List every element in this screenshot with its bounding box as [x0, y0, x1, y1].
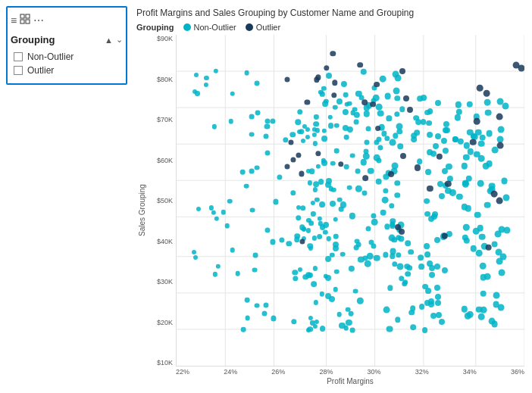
legend-item-non-outlier: Non-Outlier	[183, 23, 236, 32]
scatter-dot	[347, 101, 352, 106]
scatter-dot	[314, 181, 320, 187]
scatter-dot	[357, 62, 363, 68]
scatter-dot	[499, 269, 505, 276]
scatter-dot	[471, 245, 477, 252]
scatter-dot	[350, 153, 355, 158]
scatter-dot	[325, 275, 331, 281]
scatter-dot	[382, 196, 389, 203]
scatter-dot	[417, 158, 423, 164]
scatter-dot	[495, 231, 502, 238]
scatter-dot	[353, 245, 358, 251]
scatter-dot	[240, 170, 246, 175]
scatter-dot	[484, 273, 491, 280]
scatter-dot	[437, 181, 443, 187]
scatter-dot	[376, 104, 383, 111]
scatter-dot	[436, 312, 442, 318]
scatter-dot	[477, 180, 484, 187]
more-icon[interactable]: ⋯	[33, 14, 44, 27]
filter-item-non-outlier[interactable]: Non-Outlier	[11, 50, 123, 64]
scatter-dot	[330, 201, 336, 207]
scatter-dot	[328, 123, 334, 129]
scatter-dot	[325, 182, 331, 188]
lines-icon[interactable]: ≡	[11, 14, 17, 27]
chevron-down-icon[interactable]: ⌄	[116, 35, 123, 45]
scatter-dot	[245, 298, 250, 303]
scatter-dot	[501, 177, 508, 184]
scatter-dot	[484, 98, 491, 105]
scatter-dot	[365, 139, 370, 145]
scatter-dot	[228, 119, 233, 124]
checkbox-outlier[interactable]	[14, 66, 23, 75]
scatter-dot	[491, 241, 498, 248]
scatter-dot	[427, 150, 433, 156]
legend-item-outlier: Outlier	[246, 23, 280, 32]
checkbox-non-outlier[interactable]	[14, 52, 23, 61]
legend-dot-non-outlier	[183, 23, 191, 31]
filter-panel: ≡ ⋯ Grouping ▲ ⌄ Non-Outlier Outlier	[6, 6, 127, 85]
scatter-dot	[245, 316, 250, 321]
scatter-dot	[249, 169, 255, 174]
scatter-dot	[374, 82, 380, 88]
scatter-dot	[230, 248, 236, 253]
scatter-dot	[343, 326, 349, 331]
scatter-dot	[435, 300, 441, 306]
scatter-dot	[365, 126, 371, 132]
scatter-dot	[396, 123, 402, 130]
scatter-dot	[249, 114, 254, 119]
scatter-dot	[243, 183, 249, 189]
scatter-dot	[397, 264, 404, 270]
scatter-dot	[264, 124, 270, 129]
scatter-dot	[409, 310, 415, 316]
scatter-dot	[433, 143, 439, 149]
scatter-dot	[502, 195, 509, 201]
filter-item-outlier[interactable]: Outlier	[11, 64, 123, 77]
scatter-dot	[485, 244, 492, 251]
scatter-dot	[254, 165, 259, 170]
scatter-dot	[337, 312, 343, 317]
scatter-dot	[496, 98, 503, 105]
scatter-dot	[427, 132, 433, 138]
scatter-dot	[340, 251, 346, 257]
scatter-dot	[355, 168, 361, 173]
chart-inner: $90K $80K $70K $60K $50K $40K $30K $20K …	[147, 35, 524, 385]
scatter-dot	[489, 318, 496, 325]
scatter-dot	[478, 313, 485, 320]
scatter-dot	[321, 136, 327, 142]
scatter-dot	[355, 239, 360, 244]
scatter-dot	[244, 70, 249, 76]
scatter-dot	[377, 110, 384, 117]
scatter-dot	[364, 148, 369, 154]
scatter-dot	[343, 92, 349, 98]
scatter-dot	[486, 161, 493, 167]
scatter-dot	[393, 87, 399, 94]
filter-label-non-outlier: Non-Outlier	[27, 51, 74, 62]
scatter-dot	[479, 233, 486, 240]
sort-up-icon[interactable]: ▲	[105, 36, 113, 45]
x-axis-label: Profit Margins	[147, 377, 524, 385]
scatter-dot	[344, 164, 349, 170]
scatter-dot	[474, 212, 481, 219]
y-axis-label: Sales Grouping	[136, 35, 147, 385]
scatter-dot	[380, 209, 386, 216]
scatter-dot	[227, 199, 233, 204]
scatter-dot	[425, 288, 431, 294]
scatter-dot	[361, 100, 368, 106]
scatter-dot	[320, 326, 326, 332]
scatter-dot	[424, 211, 430, 217]
scatter-dot	[496, 258, 502, 265]
scatter-dot	[391, 163, 398, 170]
scatter-dot	[399, 68, 405, 74]
scatter-dot	[480, 263, 487, 270]
filter-label-outlier: Outlier	[27, 65, 54, 76]
grid-icon[interactable]	[20, 14, 30, 27]
scatter-dot	[297, 129, 302, 134]
scatter-dot	[477, 85, 483, 92]
scatter-dot	[497, 304, 504, 310]
scatter-dot	[192, 250, 196, 254]
scatter-dot	[249, 132, 255, 137]
scatter-dot	[350, 328, 355, 333]
scatter-dot	[498, 126, 505, 133]
scatter-dot	[404, 264, 410, 270]
chart-container: Sales Grouping $90K $80K $70K $60K $50K …	[136, 35, 524, 385]
scatter-dot	[344, 135, 349, 140]
